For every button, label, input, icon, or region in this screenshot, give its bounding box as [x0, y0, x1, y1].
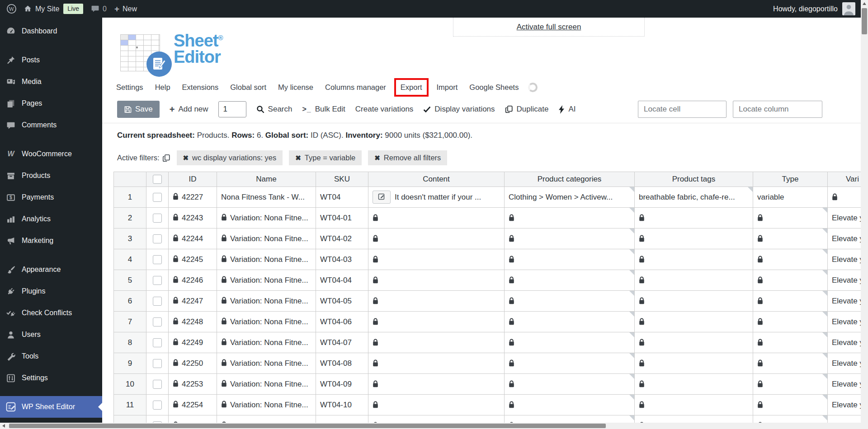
cell-id[interactable]: 42255 — [169, 415, 217, 423]
cell-content[interactable] — [368, 312, 505, 332]
cell-type[interactable] — [753, 228, 828, 249]
sidebar-item-appearance[interactable]: Appearance — [0, 259, 102, 280]
sidebar-item-tools[interactable]: Tools — [0, 345, 102, 367]
cell-sku[interactable]: WT04-06 — [316, 312, 368, 332]
cell-tags[interactable] — [635, 208, 753, 228]
filter-chip-display-variations[interactable]: ✖ wc display variations: yes — [177, 150, 283, 165]
cell-type[interactable]: variable — [753, 187, 828, 208]
cell-name[interactable]: Variation: Nona Fitne... — [217, 208, 316, 228]
add-new-count-input[interactable] — [218, 101, 246, 117]
cell-type[interactable] — [753, 208, 828, 228]
menu-item-columns-manager[interactable]: Columns manager — [319, 83, 392, 92]
cell-type[interactable] — [753, 312, 828, 332]
sidebar-item-wp-sheet-editor[interactable]: WP Sheet Editor — [0, 396, 102, 418]
cell-sku[interactable]: WT04-05 — [316, 291, 368, 312]
cell-sku[interactable]: WT04 — [316, 187, 368, 208]
cell-sku[interactable]: WT04-01 — [316, 208, 368, 228]
cell-vari[interactable]: Elevate y — [828, 208, 861, 228]
cell-vari[interactable]: Elevate y — [828, 228, 861, 249]
sidebar-item-media[interactable]: Media — [0, 71, 102, 93]
copy-filters-icon[interactable] — [162, 154, 170, 162]
display-variations-toggle[interactable]: Display variations — [423, 105, 495, 114]
sidebar-item-check-conflicts[interactable]: Check Conflicts — [0, 302, 102, 324]
cell-content[interactable] — [368, 208, 505, 228]
cell-sku[interactable]: WT04-07 — [316, 332, 368, 353]
filter-chip-type-variable[interactable]: ✖ Type = variable — [289, 150, 362, 165]
cell-id[interactable]: 42249 — [169, 332, 217, 353]
sidebar-item-settings[interactable]: Settings — [0, 367, 102, 389]
cell-sku[interactable]: WT04-02 — [316, 228, 368, 249]
row-checkbox[interactable] — [153, 380, 162, 389]
horizontal-scrollbar-thumb[interactable] — [9, 424, 606, 428]
bulk-edit-button[interactable]: >_ Bulk Edit — [302, 105, 345, 114]
cell-type[interactable] — [753, 249, 828, 270]
cell-tags[interactable] — [635, 291, 753, 312]
cell-vari[interactable]: Elevate y — [828, 291, 861, 312]
cell-id[interactable]: 42250 — [169, 353, 217, 374]
cell-categories[interactable] — [505, 270, 635, 291]
sidebar-item-pages[interactable]: Pages — [0, 93, 102, 114]
cell-content[interactable] — [368, 228, 505, 249]
cell-categories[interactable] — [505, 374, 635, 395]
sidebar-item-woocommerce[interactable]: W WooCommerce — [0, 143, 102, 165]
sidebar-item-products[interactable]: Products — [0, 165, 102, 187]
scroll-up-arrow-icon[interactable] — [863, 2, 866, 5]
row-checkbox[interactable] — [153, 401, 162, 410]
cell-vari[interactable]: Elevate — [828, 415, 861, 423]
cell-tags[interactable] — [635, 332, 753, 353]
cell-id[interactable]: 42243 — [169, 208, 217, 228]
row-checkbox[interactable] — [153, 359, 162, 368]
add-new-button[interactable]: + Add new — [170, 105, 208, 114]
horizontal-scrollbar[interactable] — [0, 423, 861, 429]
cell-tags[interactable] — [635, 415, 753, 423]
wordpress-logo-icon[interactable]: W — [6, 4, 17, 14]
cell-categories[interactable] — [505, 228, 635, 249]
cell-content[interactable] — [368, 395, 505, 415]
cell-tags[interactable] — [635, 353, 753, 374]
cell-sku[interactable]: WT04-11 — [316, 415, 368, 423]
cell-vari[interactable]: Elevate y — [828, 374, 861, 395]
cell-name[interactable]: Variation: Nona Fitne... — [217, 332, 316, 353]
activate-fullscreen-link[interactable]: Activate full screen — [517, 23, 581, 32]
cell-name[interactable]: Variation: Nona Fitn... — [217, 415, 316, 423]
howdy-text[interactable]: Howdy, diegoportillo — [773, 5, 838, 13]
sidebar-item-plugins[interactable]: Plugins — [0, 280, 102, 302]
cell-categories[interactable] — [505, 291, 635, 312]
row-checkbox[interactable] — [153, 338, 162, 347]
cell-content[interactable] — [368, 270, 505, 291]
cell-id[interactable]: 42246 — [169, 270, 217, 291]
row-checkbox[interactable] — [153, 234, 162, 243]
scroll-left-arrow-icon[interactable] — [2, 424, 5, 428]
cell-sku[interactable]: WT04-03 — [316, 249, 368, 270]
menu-item-my-license[interactable]: My license — [272, 83, 319, 92]
row-checkbox[interactable] — [153, 276, 162, 285]
create-variations-button[interactable]: Create variations — [355, 105, 414, 114]
cell-sku[interactable]: WT04-10 — [316, 395, 368, 415]
vertical-scrollbar-thumb[interactable] — [862, 8, 867, 34]
cell-categories[interactable] — [505, 312, 635, 332]
open-content-editor-button[interactable] — [373, 191, 391, 204]
cell-categories[interactable]: Clothing > Women > Activew... — [505, 187, 635, 208]
cell-categories[interactable] — [505, 332, 635, 353]
menu-item-help[interactable]: Help — [149, 83, 176, 92]
cell-name[interactable]: Nona Fitness Tank - W... — [217, 187, 316, 208]
select-all-checkbox[interactable] — [153, 175, 162, 184]
cell-name[interactable]: Variation: Nona Fitne... — [217, 270, 316, 291]
menu-item-export[interactable]: Export — [394, 78, 429, 97]
menu-item-import[interactable]: Import — [431, 83, 464, 92]
cell-vari[interactable]: Elevate y — [828, 395, 861, 415]
avatar[interactable] — [842, 2, 855, 15]
cell-type[interactable] — [753, 332, 828, 353]
cell-tags[interactable]: breathable fabric, chafe-re... — [635, 187, 753, 208]
cell-sku[interactable]: WT04-04 — [316, 270, 368, 291]
cell-vari[interactable]: Elevate y — [828, 332, 861, 353]
cell-type[interactable] — [753, 374, 828, 395]
row-checkbox[interactable] — [153, 214, 162, 223]
my-site-link[interactable]: My Site — [24, 5, 59, 13]
locate-column-input[interactable] — [733, 101, 822, 118]
cell-tags[interactable] — [635, 228, 753, 249]
menu-item-global-sort[interactable]: Global sort — [224, 83, 272, 92]
sidebar-item-comments[interactable]: Comments — [0, 114, 102, 136]
comments-admin-link[interactable]: 0 — [91, 5, 107, 13]
cell-content[interactable]: It doesn't matter if your ... — [368, 187, 505, 208]
